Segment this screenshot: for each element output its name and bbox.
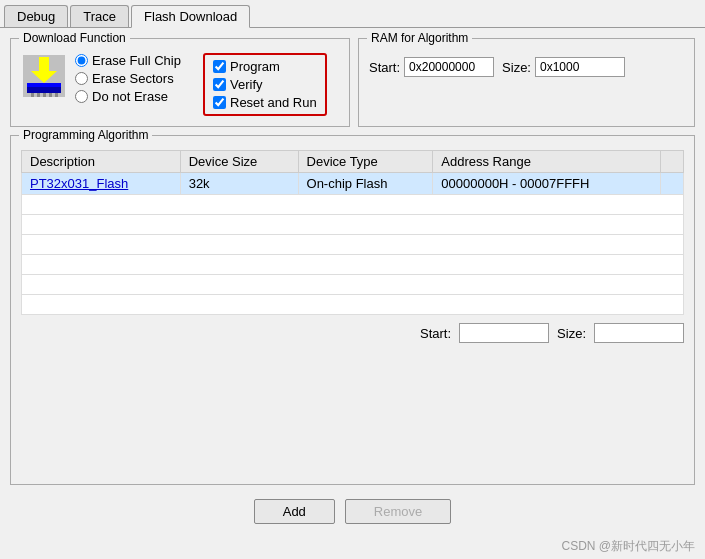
table-row-empty-5 xyxy=(22,275,684,295)
radio-erase-full-chip[interactable]: Erase Full Chip xyxy=(75,53,195,68)
checkbox-reset-run[interactable]: Reset and Run xyxy=(213,95,317,110)
svg-rect-6 xyxy=(37,93,40,97)
algo-start-input[interactable] xyxy=(459,323,549,343)
algo-table: Description Device Size Device Type Addr… xyxy=(21,150,684,315)
top-row: Download Function xyxy=(10,38,695,127)
col-extra xyxy=(660,151,683,173)
prog-algo-inner: Description Device Size Device Type Addr… xyxy=(21,150,684,343)
svg-rect-9 xyxy=(55,93,58,97)
main-window: Debug Trace Flash Download Download Func… xyxy=(0,0,705,559)
main-content: Download Function xyxy=(0,28,705,534)
table-row-empty-1 xyxy=(22,195,684,215)
ram-size-label: Size: xyxy=(502,60,531,75)
ram-inner: Start: Size: xyxy=(369,57,684,77)
svg-rect-5 xyxy=(31,93,34,97)
algo-start-label: Start: xyxy=(420,326,451,341)
checkbox-verify-input[interactable] xyxy=(213,78,226,91)
table-row[interactable]: PT32x031_Flash 32k On-chip Flash 0000000… xyxy=(22,173,684,195)
add-button[interactable]: Add xyxy=(254,499,335,524)
load-icon-svg xyxy=(23,55,65,97)
col-device-type: Device Type xyxy=(298,151,433,173)
algo-size-input[interactable] xyxy=(594,323,684,343)
cell-address-range: 00000000H - 00007FFFH xyxy=(433,173,660,195)
df-inner: Erase Full Chip Erase Sectors Do not Era… xyxy=(21,53,339,116)
algo-table-body: PT32x031_Flash 32k On-chip Flash 0000000… xyxy=(22,173,684,315)
cell-description[interactable]: PT32x031_Flash xyxy=(22,173,181,195)
programming-algorithm-legend: Programming Algorithm xyxy=(19,128,152,142)
col-description: Description xyxy=(22,151,181,173)
radio-erase-full-chip-label: Erase Full Chip xyxy=(92,53,181,68)
svg-rect-8 xyxy=(49,93,52,97)
buttons-row: Add Remove xyxy=(10,499,695,524)
ram-algorithm-group: RAM for Algorithm Start: Size: xyxy=(358,38,695,127)
checkbox-section: Program Verify Reset and Run xyxy=(203,53,327,116)
ram-start-label: Start: xyxy=(369,60,400,75)
radio-do-not-erase-input[interactable] xyxy=(75,90,88,103)
radio-section: Erase Full Chip Erase Sectors Do not Era… xyxy=(75,53,195,116)
ram-algorithm-legend: RAM for Algorithm xyxy=(367,31,472,45)
start-size-row: Start: Size: xyxy=(21,323,684,343)
cell-device-type: On-chip Flash xyxy=(298,173,433,195)
ram-size-input[interactable] xyxy=(535,57,625,77)
algo-size-label: Size: xyxy=(557,326,586,341)
tab-flash-download[interactable]: Flash Download xyxy=(131,5,250,28)
checkbox-program-input[interactable] xyxy=(213,60,226,73)
download-function-group: Download Function xyxy=(10,38,350,127)
programming-algorithm-group: Programming Algorithm Description Device… xyxy=(10,135,695,485)
svg-rect-4 xyxy=(27,83,61,87)
col-device-size: Device Size xyxy=(180,151,298,173)
table-row-empty-6 xyxy=(22,295,684,315)
watermark: CSDN @新时代四无小年 xyxy=(0,534,705,559)
ram-start-field: Start: xyxy=(369,57,494,77)
checkbox-reset-run-input[interactable] xyxy=(213,96,226,109)
checkbox-program-label: Program xyxy=(230,59,280,74)
svg-rect-7 xyxy=(43,93,46,97)
remove-button[interactable]: Remove xyxy=(345,499,451,524)
radio-do-not-erase-label: Do not Erase xyxy=(92,89,168,104)
cell-device-size: 32k xyxy=(180,173,298,195)
table-row-empty-3 xyxy=(22,235,684,255)
download-function-legend: Download Function xyxy=(19,31,130,45)
load-icon xyxy=(21,53,67,99)
cell-extra xyxy=(660,173,683,195)
svg-rect-1 xyxy=(39,57,49,71)
ram-size-field: Size: xyxy=(502,57,625,77)
checkbox-verify[interactable]: Verify xyxy=(213,77,317,92)
table-row-empty-4 xyxy=(22,255,684,275)
tab-bar: Debug Trace Flash Download xyxy=(0,0,705,28)
algo-table-head: Description Device Size Device Type Addr… xyxy=(22,151,684,173)
radio-erase-sectors-input[interactable] xyxy=(75,72,88,85)
checkbox-verify-label: Verify xyxy=(230,77,263,92)
radio-erase-full-chip-input[interactable] xyxy=(75,54,88,67)
tab-debug[interactable]: Debug xyxy=(4,5,68,27)
tab-trace[interactable]: Trace xyxy=(70,5,129,27)
radio-erase-sectors-label: Erase Sectors xyxy=(92,71,174,86)
checkbox-program[interactable]: Program xyxy=(213,59,317,74)
checkbox-reset-run-label: Reset and Run xyxy=(230,95,317,110)
ram-start-input[interactable] xyxy=(404,57,494,77)
radio-do-not-erase[interactable]: Do not Erase xyxy=(75,89,195,104)
radio-erase-sectors[interactable]: Erase Sectors xyxy=(75,71,195,86)
table-row-empty-2 xyxy=(22,215,684,235)
col-address-range: Address Range xyxy=(433,151,660,173)
algo-table-header-row: Description Device Size Device Type Addr… xyxy=(22,151,684,173)
